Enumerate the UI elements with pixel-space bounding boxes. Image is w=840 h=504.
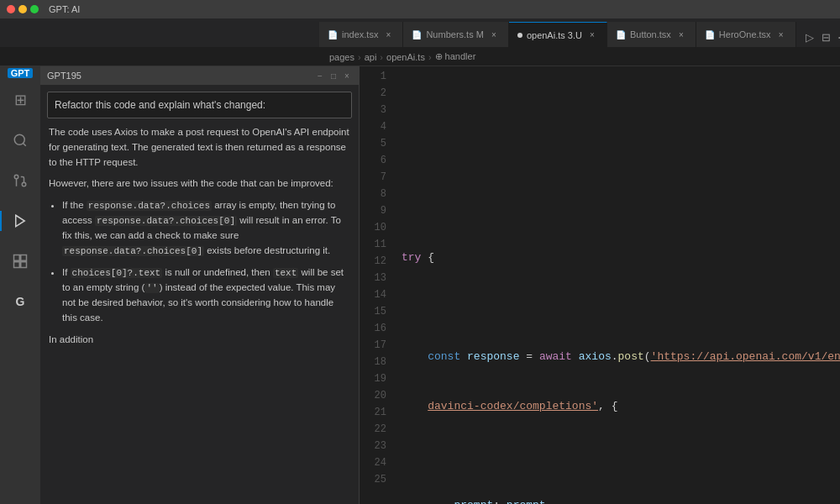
tab-numbers[interactable]: 📄 Numbers.ts M × bbox=[403, 22, 508, 47]
activity-icon-debug[interactable] bbox=[0, 201, 40, 241]
run-icon[interactable]: ▷ bbox=[803, 30, 816, 44]
code-line-2 bbox=[402, 150, 840, 167]
tab-close[interactable]: × bbox=[488, 29, 500, 40]
tab-close[interactable]: × bbox=[382, 29, 394, 40]
activity-bar: GPT ⊞ bbox=[0, 66, 40, 504]
tab-label: HeroOne.tsx bbox=[719, 29, 771, 39]
tab-close[interactable]: × bbox=[775, 29, 787, 40]
gpt-prompt[interactable]: Refactor this code and explain what's ch… bbox=[47, 92, 352, 118]
gpt-issue-2: If choices[0]?.text is null or undefined… bbox=[62, 265, 350, 326]
svg-point-3 bbox=[14, 175, 18, 179]
gpt-panel-header: GPT195 − □ × bbox=[40, 66, 359, 85]
activity-icon-gpt[interactable]: G bbox=[0, 281, 40, 322]
code-line-5 bbox=[402, 299, 840, 316]
tab-index[interactable]: 📄 index.tsx × bbox=[319, 22, 403, 47]
activity-icon-files[interactable]: ⊞ bbox=[0, 80, 40, 120]
activity-icon-search[interactable] bbox=[0, 120, 40, 160]
tab-bar: 📄 index.tsx × 📄 Numbers.ts M × openAi.ts… bbox=[0, 18, 840, 48]
gpt-issue-1: If the response.data?.choices array is e… bbox=[62, 198, 350, 259]
title-bar: GPT: AI bbox=[0, 0, 840, 18]
breadcrumb-pages[interactable]: pages bbox=[329, 52, 354, 62]
activity-icon-extensions[interactable] bbox=[0, 241, 40, 281]
tab-close[interactable]: × bbox=[586, 29, 598, 41]
panel-restore[interactable]: □ bbox=[328, 71, 339, 81]
svg-rect-8 bbox=[14, 262, 20, 268]
minimize-button[interactable] bbox=[18, 5, 27, 13]
gpt-response: The code uses Axios to make a post reque… bbox=[40, 125, 359, 504]
gpt-panel: GPT195 − □ × Refactor this code and expl… bbox=[40, 66, 360, 504]
gpt-conclusion: In addition bbox=[49, 333, 350, 348]
tab-label: openAi.ts 3.U bbox=[527, 30, 582, 40]
window-controls[interactable] bbox=[7, 5, 39, 13]
svg-line-1 bbox=[23, 143, 25, 145]
tab-indicator bbox=[517, 33, 522, 38]
code-line-8 bbox=[402, 448, 840, 465]
tab-label: index.tsx bbox=[342, 29, 378, 39]
file-icon: 📄 bbox=[328, 30, 338, 39]
code-editor[interactable]: 1 2 3 4 5 6 7 8 9 10 11 12 13 14 15 16 1 bbox=[360, 66, 840, 504]
file-icon: 📄 bbox=[616, 30, 626, 39]
file-icon: 📄 bbox=[412, 30, 422, 39]
svg-marker-5 bbox=[16, 215, 25, 227]
window-title: GPT: AI bbox=[49, 4, 80, 14]
svg-rect-7 bbox=[21, 255, 27, 261]
activity-icon-git[interactable] bbox=[0, 160, 40, 201]
code-line-4: try { bbox=[402, 249, 840, 266]
tab-button[interactable]: 📄 Button.tsx × bbox=[607, 22, 696, 47]
gpt-intro: The code uses Axios to make a post reque… bbox=[49, 125, 350, 170]
svg-rect-9 bbox=[21, 262, 27, 268]
code-line-7: davinci-codex/completions', { bbox=[402, 398, 840, 415]
code-line-9: prompt: prompt, bbox=[402, 497, 840, 504]
breadcrumb-file[interactable]: openAi.ts bbox=[386, 52, 425, 62]
close-button[interactable] bbox=[7, 5, 15, 13]
split-editor-icon[interactable]: ⊟ bbox=[820, 30, 833, 44]
tab-heroone[interactable]: 📄 HeroOne.tsx × bbox=[696, 22, 796, 47]
gpt-issues-list: If the response.data?.choices array is e… bbox=[49, 198, 350, 326]
editor-area: 1 2 3 4 5 6 7 8 9 10 11 12 13 14 15 16 1 bbox=[360, 66, 840, 504]
svg-rect-6 bbox=[14, 255, 20, 261]
gpt-label-area: GPT bbox=[4, 66, 37, 80]
tab-openai[interactable]: openAi.ts 3.U × bbox=[509, 22, 607, 47]
maximize-button[interactable] bbox=[30, 5, 39, 13]
gpt-issues-intro: However, there are two issues with the c… bbox=[49, 176, 350, 192]
gpt-panel-title: GPT195 bbox=[47, 71, 81, 81]
panel-window-controls[interactable]: − □ × bbox=[315, 71, 352, 81]
line-numbers: 1 2 3 4 5 6 7 8 9 10 11 12 13 14 15 16 1 bbox=[360, 66, 393, 504]
tab-label: Numbers.ts M bbox=[426, 29, 483, 39]
tab-close[interactable]: × bbox=[675, 29, 687, 40]
code-content[interactable]: try { const response = await axios.post(… bbox=[393, 66, 840, 504]
more-icon[interactable]: ⋯ bbox=[837, 30, 840, 44]
tab-controls: ▷ ⊟ ⋯ bbox=[796, 30, 840, 47]
code-line-6: const response = await axios.post('https… bbox=[402, 349, 840, 365]
breadcrumb-api[interactable]: api bbox=[365, 52, 377, 62]
main-area: GPT ⊞ bbox=[0, 66, 840, 504]
breadcrumb-handler[interactable]: ⊕ handler bbox=[435, 51, 476, 62]
panel-minimize[interactable]: − bbox=[315, 71, 325, 81]
code-line-1 bbox=[402, 101, 840, 118]
app-container: GPT: AI 📄 index.tsx × 📄 Numbers.ts M × o… bbox=[0, 0, 840, 504]
code-line-3 bbox=[402, 200, 840, 217]
breadcrumb: pages › api › openAi.ts › ⊕ handler bbox=[0, 48, 840, 66]
file-icon: 📄 bbox=[705, 30, 715, 39]
svg-point-2 bbox=[22, 182, 26, 186]
tab-label: Button.tsx bbox=[630, 29, 671, 39]
svg-point-0 bbox=[14, 134, 24, 144]
panel-close[interactable]: × bbox=[342, 71, 352, 81]
gpt-badge: GPT bbox=[8, 68, 34, 78]
